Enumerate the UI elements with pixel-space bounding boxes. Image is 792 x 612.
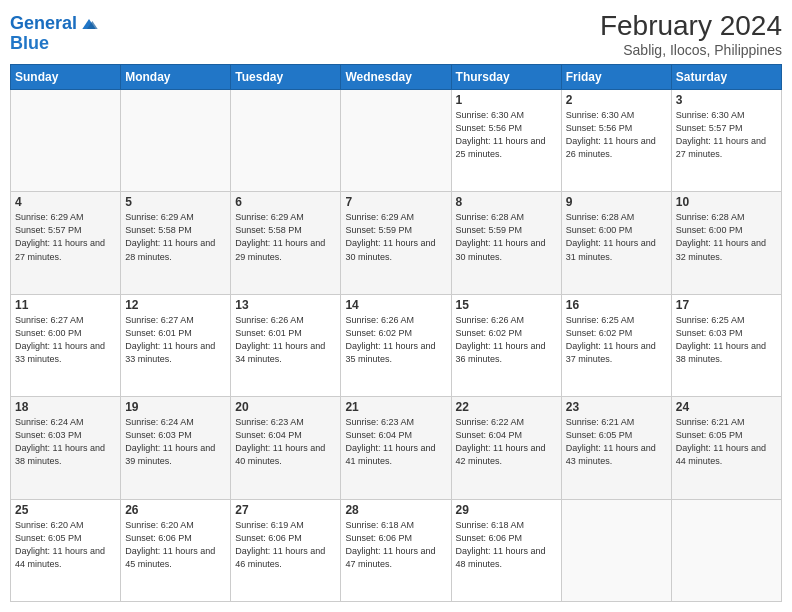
day-number: 29 [456,503,557,517]
day-number: 28 [345,503,446,517]
day-info: Sunrise: 6:20 AM Sunset: 6:05 PM Dayligh… [15,519,116,571]
day-number: 2 [566,93,667,107]
day-info: Sunrise: 6:18 AM Sunset: 6:06 PM Dayligh… [456,519,557,571]
calendar-cell: 15Sunrise: 6:26 AM Sunset: 6:02 PM Dayli… [451,294,561,396]
day-number: 9 [566,195,667,209]
calendar-cell: 2Sunrise: 6:30 AM Sunset: 5:56 PM Daylig… [561,90,671,192]
calendar-cell: 24Sunrise: 6:21 AM Sunset: 6:05 PM Dayli… [671,397,781,499]
calendar-cell: 4Sunrise: 6:29 AM Sunset: 5:57 PM Daylig… [11,192,121,294]
day-number: 25 [15,503,116,517]
day-number: 14 [345,298,446,312]
week-row-4: 18Sunrise: 6:24 AM Sunset: 6:03 PM Dayli… [11,397,782,499]
day-info: Sunrise: 6:21 AM Sunset: 6:05 PM Dayligh… [676,416,777,468]
logo-text2: Blue [10,34,99,54]
calendar-cell: 1Sunrise: 6:30 AM Sunset: 5:56 PM Daylig… [451,90,561,192]
calendar-cell [11,90,121,192]
day-number: 7 [345,195,446,209]
day-info: Sunrise: 6:23 AM Sunset: 6:04 PM Dayligh… [235,416,336,468]
calendar-cell: 13Sunrise: 6:26 AM Sunset: 6:01 PM Dayli… [231,294,341,396]
day-info: Sunrise: 6:21 AM Sunset: 6:05 PM Dayligh… [566,416,667,468]
calendar-cell [231,90,341,192]
day-info: Sunrise: 6:23 AM Sunset: 6:04 PM Dayligh… [345,416,446,468]
day-info: Sunrise: 6:27 AM Sunset: 6:00 PM Dayligh… [15,314,116,366]
day-info: Sunrise: 6:30 AM Sunset: 5:56 PM Dayligh… [566,109,667,161]
calendar-cell: 5Sunrise: 6:29 AM Sunset: 5:58 PM Daylig… [121,192,231,294]
day-info: Sunrise: 6:30 AM Sunset: 5:56 PM Dayligh… [456,109,557,161]
day-info: Sunrise: 6:28 AM Sunset: 6:00 PM Dayligh… [566,211,667,263]
calendar-cell: 28Sunrise: 6:18 AM Sunset: 6:06 PM Dayli… [341,499,451,601]
day-info: Sunrise: 6:29 AM Sunset: 5:57 PM Dayligh… [15,211,116,263]
title-block: February 2024 Sablig, Ilocos, Philippine… [600,10,782,58]
day-number: 1 [456,93,557,107]
col-header-tuesday: Tuesday [231,65,341,90]
calendar-cell [671,499,781,601]
logo-text: General [10,14,77,34]
header-row: SundayMondayTuesdayWednesdayThursdayFrid… [11,65,782,90]
col-header-thursday: Thursday [451,65,561,90]
calendar-cell: 11Sunrise: 6:27 AM Sunset: 6:00 PM Dayli… [11,294,121,396]
day-info: Sunrise: 6:25 AM Sunset: 6:03 PM Dayligh… [676,314,777,366]
calendar-cell: 27Sunrise: 6:19 AM Sunset: 6:06 PM Dayli… [231,499,341,601]
day-info: Sunrise: 6:18 AM Sunset: 6:06 PM Dayligh… [345,519,446,571]
day-number: 21 [345,400,446,414]
day-info: Sunrise: 6:29 AM Sunset: 5:58 PM Dayligh… [235,211,336,263]
week-row-2: 4Sunrise: 6:29 AM Sunset: 5:57 PM Daylig… [11,192,782,294]
day-info: Sunrise: 6:20 AM Sunset: 6:06 PM Dayligh… [125,519,226,571]
calendar-cell: 25Sunrise: 6:20 AM Sunset: 6:05 PM Dayli… [11,499,121,601]
day-number: 13 [235,298,336,312]
calendar-cell: 9Sunrise: 6:28 AM Sunset: 6:00 PM Daylig… [561,192,671,294]
calendar-cell: 6Sunrise: 6:29 AM Sunset: 5:58 PM Daylig… [231,192,341,294]
day-info: Sunrise: 6:26 AM Sunset: 6:01 PM Dayligh… [235,314,336,366]
col-header-wednesday: Wednesday [341,65,451,90]
logo-icon [79,14,99,34]
day-info: Sunrise: 6:19 AM Sunset: 6:06 PM Dayligh… [235,519,336,571]
day-number: 17 [676,298,777,312]
calendar-cell: 19Sunrise: 6:24 AM Sunset: 6:03 PM Dayli… [121,397,231,499]
col-header-saturday: Saturday [671,65,781,90]
calendar-cell: 8Sunrise: 6:28 AM Sunset: 5:59 PM Daylig… [451,192,561,294]
day-number: 6 [235,195,336,209]
day-number: 8 [456,195,557,209]
calendar-cell: 3Sunrise: 6:30 AM Sunset: 5:57 PM Daylig… [671,90,781,192]
week-row-1: 1Sunrise: 6:30 AM Sunset: 5:56 PM Daylig… [11,90,782,192]
day-info: Sunrise: 6:28 AM Sunset: 6:00 PM Dayligh… [676,211,777,263]
main-title: February 2024 [600,10,782,42]
calendar-cell: 26Sunrise: 6:20 AM Sunset: 6:06 PM Dayli… [121,499,231,601]
day-number: 12 [125,298,226,312]
day-number: 23 [566,400,667,414]
calendar-cell: 29Sunrise: 6:18 AM Sunset: 6:06 PM Dayli… [451,499,561,601]
day-number: 19 [125,400,226,414]
week-row-3: 11Sunrise: 6:27 AM Sunset: 6:00 PM Dayli… [11,294,782,396]
calendar-table: SundayMondayTuesdayWednesdayThursdayFrid… [10,64,782,602]
calendar-cell: 21Sunrise: 6:23 AM Sunset: 6:04 PM Dayli… [341,397,451,499]
calendar-cell: 14Sunrise: 6:26 AM Sunset: 6:02 PM Dayli… [341,294,451,396]
calendar-cell: 7Sunrise: 6:29 AM Sunset: 5:59 PM Daylig… [341,192,451,294]
day-info: Sunrise: 6:22 AM Sunset: 6:04 PM Dayligh… [456,416,557,468]
calendar-cell: 18Sunrise: 6:24 AM Sunset: 6:03 PM Dayli… [11,397,121,499]
day-info: Sunrise: 6:27 AM Sunset: 6:01 PM Dayligh… [125,314,226,366]
calendar-cell: 12Sunrise: 6:27 AM Sunset: 6:01 PM Dayli… [121,294,231,396]
day-info: Sunrise: 6:24 AM Sunset: 6:03 PM Dayligh… [125,416,226,468]
day-info: Sunrise: 6:26 AM Sunset: 6:02 PM Dayligh… [345,314,446,366]
day-number: 5 [125,195,226,209]
logo: General Blue [10,14,99,54]
calendar-cell [341,90,451,192]
day-info: Sunrise: 6:28 AM Sunset: 5:59 PM Dayligh… [456,211,557,263]
day-number: 11 [15,298,116,312]
day-number: 18 [15,400,116,414]
page: General Blue February 2024 Sablig, Iloco… [0,0,792,612]
day-info: Sunrise: 6:25 AM Sunset: 6:02 PM Dayligh… [566,314,667,366]
day-number: 24 [676,400,777,414]
col-header-monday: Monday [121,65,231,90]
col-header-friday: Friday [561,65,671,90]
calendar-cell: 20Sunrise: 6:23 AM Sunset: 6:04 PM Dayli… [231,397,341,499]
day-number: 15 [456,298,557,312]
day-info: Sunrise: 6:24 AM Sunset: 6:03 PM Dayligh… [15,416,116,468]
day-info: Sunrise: 6:30 AM Sunset: 5:57 PM Dayligh… [676,109,777,161]
day-number: 4 [15,195,116,209]
day-number: 26 [125,503,226,517]
day-number: 3 [676,93,777,107]
day-info: Sunrise: 6:26 AM Sunset: 6:02 PM Dayligh… [456,314,557,366]
day-number: 22 [456,400,557,414]
calendar-cell: 22Sunrise: 6:22 AM Sunset: 6:04 PM Dayli… [451,397,561,499]
